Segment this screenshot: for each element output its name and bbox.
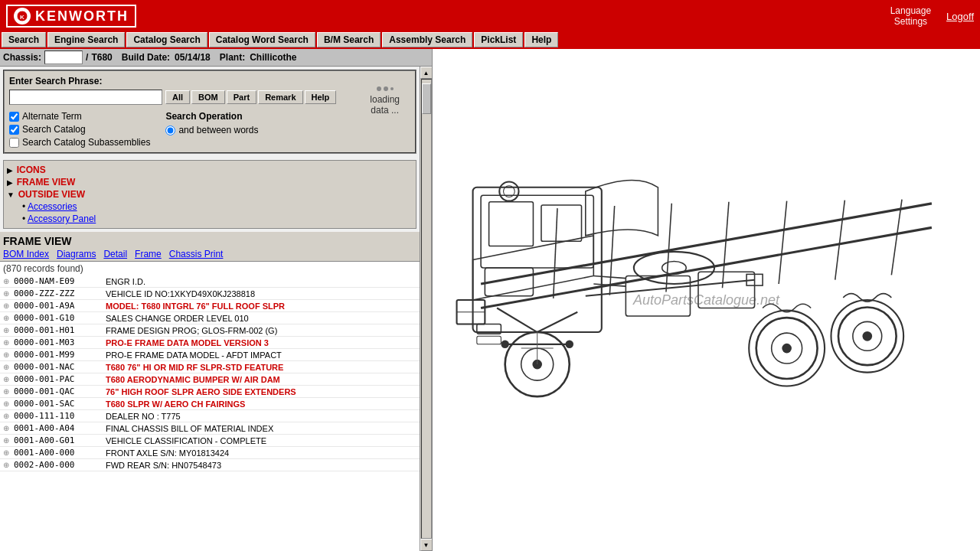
table-row[interactable]: ⊕0001-A00-000FRONT AXLE S/N: MY01813424 <box>0 447 420 459</box>
part-number: 0000-111-110 <box>14 411 106 421</box>
svg-line-4 <box>554 208 557 298</box>
tree-navigation: ▶ ICONS▶ FRAME VIEW▼ OUTSIDE VIEW• Acces… <box>3 160 416 229</box>
table-row[interactable]: ⊕0001-A00-A04FINAL CHASSIS BILL OF MATER… <box>0 422 420 435</box>
all-btn[interactable]: All <box>165 90 190 104</box>
nav-btn-help[interactable]: Help <box>524 32 558 47</box>
tree-arrow-outside-view: ▼ <box>7 191 17 199</box>
help-btn[interactable]: Help <box>305 90 337 104</box>
part-description: FRAME DESIGN PROG; GLOS-FRM-002 (G) <box>106 326 416 335</box>
svg-point-34 <box>499 181 518 201</box>
svg-rect-13 <box>489 202 534 246</box>
svg-line-6 <box>666 204 671 292</box>
svg-point-28 <box>862 331 872 341</box>
nav-btn-catalog-search[interactable]: Catalog Search <box>126 32 207 47</box>
and-between-label: and between words <box>178 125 258 135</box>
part-number: 0000-001-NAC <box>14 362 106 372</box>
part-description: VEHICLE CLASSIFICATION - COMPLETE <box>106 436 416 445</box>
expand-icon[interactable]: ⊕ <box>3 424 14 432</box>
parts-list: ⊕0000-NAM-E09ENGR I.D.⊕0000-ZZZ-ZZZVEHIC… <box>0 276 420 551</box>
part-description: 76" HIGH ROOF SLPR AERO SIDE EXTENDERS <box>106 387 416 396</box>
record-count: (870 records found) <box>0 262 420 276</box>
logo-text: KENWORTH <box>35 8 129 24</box>
frame-link-chassis-print[interactable]: Chassis Print <box>169 249 224 259</box>
language-settings-link[interactable]: Language Settings <box>890 5 931 27</box>
expand-icon[interactable]: ⊕ <box>3 436 14 445</box>
table-row[interactable]: ⊕0000-001-M99PRO-E FRAME DATA MODEL - AF… <box>0 349 420 361</box>
and-between-radio[interactable] <box>165 126 175 135</box>
part-number: 0001-A00-A04 <box>14 423 106 433</box>
bom-btn[interactable]: BOM <box>191 90 225 104</box>
svg-line-7 <box>723 202 729 289</box>
expand-icon[interactable]: ⊕ <box>3 338 14 347</box>
tree-item-icons[interactable]: ▶ ICONS <box>7 164 413 176</box>
tree-item-accessories[interactable]: • Accessories <box>22 201 413 213</box>
frame-link-diagrams[interactable]: Diagrams <box>57 249 96 259</box>
expand-icon[interactable]: ⊕ <box>3 289 14 298</box>
table-row[interactable]: ⊕0000-001-NACT680 76" HI OR MID RF SLPR-… <box>0 361 420 373</box>
expand-icon[interactable]: ⊕ <box>3 387 14 396</box>
nav-btn-engine-search[interactable]: Engine Search <box>47 32 125 47</box>
expand-icon[interactable]: ⊕ <box>3 448 14 457</box>
table-row[interactable]: ⊕0000-NAM-E09ENGR I.D. <box>0 276 420 288</box>
search-catalog-label: Search Catalog <box>22 124 86 135</box>
table-row[interactable]: ⊕0002-A00-000FWD REAR S/N: HN07548473 <box>0 459 420 471</box>
expand-icon[interactable]: ⊕ <box>3 375 14 383</box>
part-description: MODEL: T680 INTGRL 76" FULL ROOF SLPR <box>106 302 416 311</box>
table-row[interactable]: ⊕0000-ZZZ-ZZZVEHICLE ID NO:1XKYD49X0KJ23… <box>0 288 420 300</box>
scroll-up-button[interactable]: ▲ <box>420 67 433 79</box>
search-input[interactable] <box>9 90 162 105</box>
table-row[interactable]: ⊕0000-001-QAC76" HIGH ROOF SLPR AERO SID… <box>0 386 420 398</box>
logoff-button[interactable]: Logoff <box>946 11 974 22</box>
tree-link-accessory-panel[interactable]: Accessory Panel <box>28 214 96 224</box>
tree-arrow-frame-view: ▶ <box>7 178 15 187</box>
nav-btn-catalog-word-search[interactable]: Catalog Word Search <box>209 32 315 47</box>
expand-icon[interactable]: ⊕ <box>3 363 14 371</box>
search-buttons: AllBOMPartRemarkHelp <box>165 90 336 104</box>
nav-btn-assembly-search[interactable]: Assembly Search <box>382 32 472 47</box>
expand-icon[interactable]: ⊕ <box>3 399 14 408</box>
tree-link-accessories[interactable]: Accessories <box>28 201 77 212</box>
tree-item-frame-view[interactable]: ▶ FRAME VIEW <box>7 176 413 188</box>
vertical-scrollbar[interactable]: ▲ ▼ <box>420 67 432 551</box>
nav-btn-search[interactable]: Search <box>2 32 46 47</box>
frame-link-frame[interactable]: Frame <box>135 249 162 259</box>
part-number: 0000-001-M03 <box>14 337 106 347</box>
expand-icon[interactable]: ⊕ <box>3 314 14 322</box>
nav-btn-picklist[interactable]: PickList <box>474 32 523 47</box>
expand-icon[interactable]: ⊕ <box>3 461 14 469</box>
search-catalog-checkbox[interactable] <box>9 125 19 135</box>
search-operation: Search Operation and between words <box>165 111 258 148</box>
table-row[interactable]: ⊕0000-001-PACT680 AERODYNAMIC BUMPER W/ … <box>0 373 420 386</box>
expand-icon[interactable]: ⊕ <box>3 326 14 334</box>
frame-link-bom-index[interactable]: BOM Index <box>3 249 49 259</box>
tree-item-accessory-panel[interactable]: • Accessory Panel <box>22 213 413 225</box>
build-date: 05/14/18 <box>175 52 211 63</box>
table-row[interactable]: ⊕0000-001-G10SALES CHANGE ORDER LEVEL 01… <box>0 312 420 324</box>
plant-value: Chillicothe <box>250 52 296 63</box>
expand-icon[interactable]: ⊕ <box>3 412 14 420</box>
part-number: 0000-001-A9A <box>14 301 106 311</box>
nav-btn-bm-search[interactable]: B/M Search <box>317 32 381 47</box>
part-btn[interactable]: Part <box>227 90 256 104</box>
table-row[interactable]: ⊕0000-111-110DEALER NO : T775 <box>0 410 420 422</box>
frame-link-detail[interactable]: Detail <box>103 249 127 259</box>
tree-item-outside-view[interactable]: ▼ OUTSIDE VIEW <box>7 188 413 201</box>
svg-point-37 <box>501 341 509 349</box>
table-row[interactable]: ⊕0000-001-M03PRO-E FRAME DATA MODEL VERS… <box>0 337 420 349</box>
alternate-term-checkbox[interactable] <box>9 112 19 122</box>
table-row[interactable]: ⊕0001-A00-G01VEHICLE CLASSIFICATION - CO… <box>0 435 420 447</box>
expand-icon[interactable]: ⊕ <box>3 277 14 285</box>
build-date-label: Build Date: <box>122 52 170 63</box>
chassis-input[interactable] <box>44 51 83 64</box>
expand-icon[interactable]: ⊕ <box>3 302 14 310</box>
part-number: 0000-ZZZ-ZZZ <box>14 289 106 298</box>
expand-icon[interactable]: ⊕ <box>3 350 14 359</box>
remark-btn[interactable]: Remark <box>258 90 302 104</box>
table-row[interactable]: ⊕0000-001-SACT680 SLPR W/ AERO CH FAIRIN… <box>0 398 420 410</box>
table-row[interactable]: ⊕0000-001-A9AMODEL: T680 INTGRL 76" FULL… <box>0 300 420 312</box>
search-subassemblies-checkbox[interactable] <box>9 138 19 148</box>
svg-point-24 <box>782 344 792 354</box>
table-row[interactable]: ⊕0000-001-H01FRAME DESIGN PROG; GLOS-FRM… <box>0 324 420 337</box>
part-number: 0001-A00-000 <box>14 448 106 458</box>
scroll-down-button[interactable]: ▼ <box>420 539 433 551</box>
